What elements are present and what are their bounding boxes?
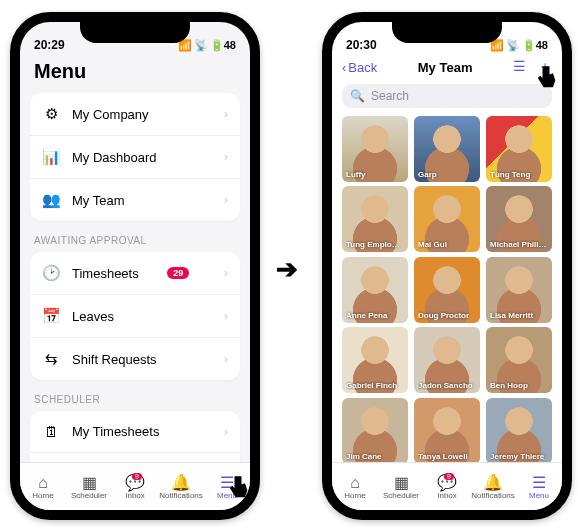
calendar-icon: 📅 [42, 307, 60, 325]
team-member-tile[interactable]: Anne Pena [342, 257, 408, 323]
member-name: Mai Gui [418, 240, 476, 249]
chevron-right-icon: › [224, 266, 228, 280]
chevron-right-icon: › [224, 150, 228, 164]
home-icon: ⌂ [332, 475, 378, 491]
team-member-tile[interactable]: Mai Gui [414, 186, 480, 252]
tab-bar: ⌂ Home ▦ Scheduler 💬 9 Inbox 🔔 Notificat… [332, 462, 562, 510]
tab-label: Scheduler [383, 491, 419, 500]
team-member-tile[interactable]: Tung Employee [342, 186, 408, 252]
team-member-tile[interactable]: Luffy [342, 116, 408, 182]
team-grid[interactable]: LuffyGarpTùng TengTung EmployeeMai GuiMi… [332, 116, 562, 462]
tab-label: Notifications [159, 491, 203, 500]
tab-label: Menu [529, 491, 549, 500]
bell-icon: 🔔 [470, 475, 516, 491]
tab-label: Home [344, 491, 365, 500]
member-name: Ben Hoop [490, 381, 548, 390]
tab-menu[interactable]: ☰ Menu [516, 475, 562, 500]
search-icon: 🔍 [350, 89, 365, 103]
clock-icon: 🕑 [42, 264, 60, 282]
tab-label: Home [32, 491, 53, 500]
team-member-tile[interactable]: Jeremy Thiere [486, 398, 552, 462]
menu-item-my-timesheets[interactable]: 🗓 My Timesheets › [30, 411, 240, 453]
tab-label: Notifications [471, 491, 515, 500]
menu-item-label: My Company [72, 107, 149, 122]
menu-item-leaves[interactable]: 📅 Leaves › [30, 295, 240, 338]
chevron-right-icon: › [224, 193, 228, 207]
swap-icon: ⇆ [42, 350, 60, 368]
menu-item-team[interactable]: 👥 My Team › [30, 179, 240, 221]
team-member-tile[interactable]: Tanya Lowell [414, 398, 480, 462]
section-awaiting-label: AWAITING APPROVAL [30, 235, 240, 252]
bell-icon: 🔔 [158, 475, 204, 491]
team-member-tile[interactable]: Tùng Teng [486, 116, 552, 182]
menu-item-label: My Timesheets [72, 424, 159, 439]
member-name: Gabriel Finch [346, 381, 404, 390]
menu-group-scheduler: 🗓 My Timesheets › 📅 My Leaves › [30, 411, 240, 462]
tab-menu[interactable]: ☰ Menu [204, 475, 250, 500]
menu-item-label: Timesheets [72, 266, 139, 281]
menu-item-company[interactable]: ⚙ My Company › [30, 93, 240, 136]
tab-home[interactable]: ⌂ Home [332, 475, 378, 500]
back-label: Back [348, 60, 377, 75]
team-member-tile[interactable]: Gabriel Finch [342, 327, 408, 393]
status-time: 20:29 [34, 38, 65, 52]
search-placeholder: Search [371, 89, 409, 103]
menu-group-awaiting: 🕑 Timesheets 29 › 📅 Leaves › ⇆ Shift Req… [30, 252, 240, 380]
team-member-tile[interactable]: Jadon Sancho [414, 327, 480, 393]
back-button[interactable]: ‹ Back [342, 60, 377, 75]
count-badge: 9 [132, 473, 142, 480]
page-title: My Team [418, 60, 473, 75]
menu-icon: ☰ [204, 475, 250, 491]
add-button[interactable]: ＋ [538, 58, 552, 76]
member-name: Jim Cane [346, 452, 404, 461]
tab-inbox[interactable]: 💬 9 Inbox [112, 475, 158, 500]
status-time: 20:30 [346, 38, 377, 52]
menu-item-my-leaves[interactable]: 📅 My Leaves › [30, 453, 240, 462]
member-name: Jadon Sancho [418, 381, 476, 390]
count-badge: 29 [167, 267, 189, 279]
wifi-icon: 📡 [506, 39, 520, 52]
menu-item-label: My Team [72, 193, 125, 208]
tab-label: Inbox [125, 491, 145, 500]
tab-scheduler[interactable]: ▦ Scheduler [378, 475, 424, 500]
wifi-icon: 📡 [194, 39, 208, 52]
chevron-right-icon: › [224, 425, 228, 439]
tab-bar: ⌂ Home ▦ Scheduler 💬 9 Inbox 🔔 Notificat… [20, 462, 250, 510]
team-member-tile[interactable]: Garp [414, 116, 480, 182]
gear-icon: ⚙ [42, 105, 60, 123]
member-name: Doug Proctor [418, 311, 476, 320]
menu-item-label: Leaves [72, 309, 114, 324]
count-badge: 9 [444, 473, 454, 480]
menu-item-timesheets[interactable]: 🕑 Timesheets 29 › [30, 252, 240, 295]
filter-button[interactable]: ☰ [513, 58, 526, 76]
status-icons: 📶 📡 🔋48 [490, 39, 548, 52]
menu-item-dashboard[interactable]: 📊 My Dashboard › [30, 136, 240, 179]
search-input[interactable]: 🔍 Search [342, 84, 552, 108]
menu-item-shift-requests[interactable]: ⇆ Shift Requests › [30, 338, 240, 380]
nav-bar: ‹ Back My Team ☰ ＋ [332, 54, 562, 84]
tab-scheduler[interactable]: ▦ Scheduler [66, 475, 112, 500]
tab-home[interactable]: ⌂ Home [20, 475, 66, 500]
team-member-tile[interactable]: Doug Proctor [414, 257, 480, 323]
menu-item-label: My Dashboard [72, 150, 157, 165]
team-member-tile[interactable]: Lisa Merritt [486, 257, 552, 323]
menu-scroll[interactable]: ⚙ My Company › 📊 My Dashboard › 👥 My Tea… [20, 93, 250, 462]
calendar-icon: ▦ [378, 475, 424, 491]
menu-icon: ☰ [516, 475, 562, 491]
team-member-tile[interactable]: Ben Hoop [486, 327, 552, 393]
tab-label: Scheduler [71, 491, 107, 500]
tab-notifications[interactable]: 🔔 Notifications [158, 475, 204, 500]
chevron-left-icon: ‹ [342, 60, 346, 75]
menu-item-label: Shift Requests [72, 352, 157, 367]
team-member-tile[interactable]: Michael Phillips [486, 186, 552, 252]
chevron-right-icon: › [224, 107, 228, 121]
tab-label: Inbox [437, 491, 457, 500]
member-name: Anne Pena [346, 311, 404, 320]
section-scheduler-label: SCHEDULER [30, 394, 240, 411]
calendar-icon: 🗓 [42, 423, 60, 440]
tab-label: Menu [217, 491, 237, 500]
page-title: Menu [20, 54, 250, 93]
tab-inbox[interactable]: 💬 9 Inbox [424, 475, 470, 500]
tab-notifications[interactable]: 🔔 Notifications [470, 475, 516, 500]
team-member-tile[interactable]: Jim Cane [342, 398, 408, 462]
